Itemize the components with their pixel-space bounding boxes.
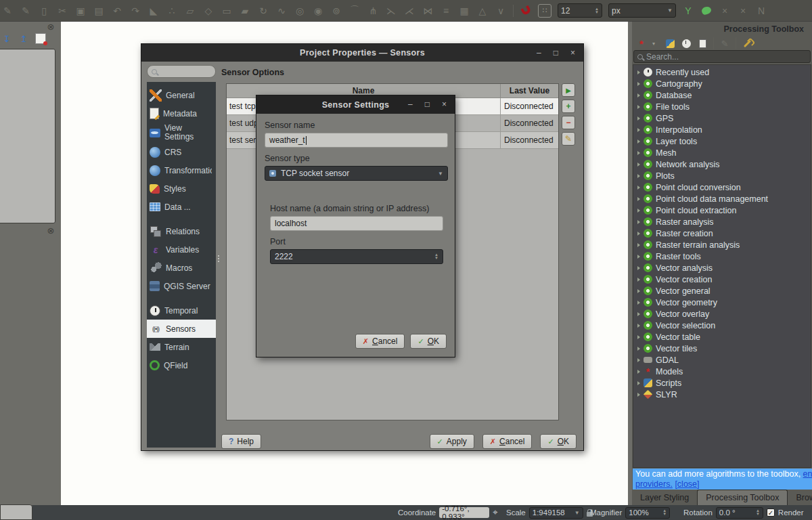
redo-icon[interactable]: ↷ (129, 5, 141, 17)
sidebar-item[interactable]: ((•)) Sensors (147, 320, 216, 338)
bottom-left-tab[interactable] (0, 504, 32, 520)
move-feature-icon[interactable]: ▭ (221, 5, 233, 17)
collapse-all-icon[interactable]: ↥ (18, 33, 29, 44)
snapping-tolerance-spinbox[interactable]: 12 ▲▼ (558, 3, 602, 18)
add-ring-icon[interactable]: ◎ (294, 5, 306, 17)
split-features-icon[interactable]: ⋋ (385, 5, 397, 17)
toolbox-category[interactable]: Raster analysis (633, 216, 811, 228)
host-name-input[interactable]: localhost (270, 216, 443, 231)
providers-link[interactable]: providers. (635, 479, 673, 489)
splitter-handle[interactable] (217, 251, 220, 266)
expand-arrow-icon[interactable] (637, 301, 640, 305)
cut-features-icon[interactable]: ✂ (56, 5, 68, 17)
tracing-icon[interactable] (700, 5, 713, 17)
sidebar-item[interactable]: Transformations (147, 161, 216, 179)
toolbox-category[interactable]: Vector geometry (633, 297, 811, 308)
port-spinbox[interactable]: 2222 ▲▼ (270, 249, 443, 264)
toolbox-category[interactable]: Raster creation (633, 228, 811, 239)
remove-sensor-button[interactable]: − (562, 116, 575, 129)
expand-arrow-icon[interactable] (637, 209, 640, 213)
toolbox-category[interactable]: Layer tools (633, 135, 811, 147)
edit-in-place-icon[interactable]: ✎ (719, 38, 730, 49)
expand-arrow-icon[interactable] (637, 266, 640, 270)
expand-arrow-icon[interactable] (637, 324, 640, 328)
expand-arrow-icon[interactable] (637, 151, 640, 155)
sidebar-item[interactable]: View Settings (147, 123, 216, 143)
expand-arrow-icon[interactable] (637, 174, 640, 178)
delete-selected-icon[interactable]: ▯ (38, 5, 50, 17)
toolbox-category[interactable]: Point cloud extraction (633, 204, 811, 216)
sensor-type-combobox[interactable]: TCP socket sensor ▼ (265, 166, 448, 181)
column-last-value[interactable]: Last Value (501, 84, 558, 98)
expand-arrow-icon[interactable] (637, 243, 640, 247)
expand-arrow-icon[interactable] (637, 347, 640, 351)
sidebar-item[interactable]: CRS (147, 143, 216, 161)
dock-tab[interactable]: Layer Styling (632, 490, 697, 505)
toolbox-category[interactable]: Vector table (633, 331, 811, 343)
cancel-button[interactable]: ✗Cancel (482, 434, 533, 449)
options-wrench-icon[interactable] (742, 38, 752, 49)
add-part-icon[interactable]: ◉ (312, 5, 324, 17)
close-panel-2-button[interactable]: ⊗ (46, 226, 55, 236)
digitize-segment-icon[interactable]: ◣ (148, 5, 160, 17)
toolbox-category[interactable]: Mesh (633, 147, 811, 158)
expand-arrow-icon[interactable] (637, 93, 640, 98)
add-point-icon[interactable]: ∴ (166, 5, 178, 17)
filter-legend-icon[interactable] (35, 33, 46, 44)
topological-editing-icon[interactable]: Y (682, 5, 694, 17)
toolbox-category[interactable]: Plots (633, 170, 811, 181)
offset-curve-icon[interactable]: ⌒ (348, 5, 361, 17)
toolbox-category[interactable]: Raster tools (633, 251, 811, 262)
toolbox-category[interactable]: SLYR (633, 389, 811, 400)
sidebar-item[interactable]: Metadata (147, 104, 216, 123)
close-button[interactable]: × (442, 100, 447, 109)
maximize-button[interactable]: □ (425, 100, 430, 109)
expand-arrow-icon[interactable] (637, 358, 640, 362)
expand-arrow-icon[interactable] (637, 335, 640, 339)
toolbox-category[interactable]: Vector selection (633, 320, 811, 331)
magnifier-spinbox[interactable]: 100% ▲▼ (625, 507, 670, 519)
paste-features-icon[interactable]: ▤ (93, 5, 105, 17)
expand-arrow-icon[interactable] (637, 162, 640, 167)
expand-arrow-icon[interactable] (637, 186, 640, 190)
spin-arrows-icon[interactable]: ▲▼ (662, 509, 667, 516)
expand-arrow-icon[interactable] (637, 197, 640, 201)
expand-arrow-icon[interactable] (637, 312, 640, 316)
rotate-feature-icon[interactable]: ↻ (257, 5, 269, 17)
coordinate-input[interactable]: -0.716°, 0.933° (439, 507, 489, 518)
toolbox-category[interactable]: Network analysis (633, 158, 811, 170)
expand-arrow-icon[interactable] (637, 393, 640, 397)
dock-tab[interactable]: Processing Toolbox (697, 490, 788, 505)
models-menu-icon[interactable]: * (636, 38, 647, 49)
copy-move-feature-icon[interactable]: ▰ (239, 5, 251, 17)
expand-arrow-icon[interactable] (637, 82, 640, 86)
sidebar-item[interactable]: Relations (147, 222, 216, 240)
ok-button[interactable]: ✓OK (540, 434, 577, 449)
toolbox-category[interactable]: Vector creation (633, 274, 811, 285)
history-icon[interactable] (681, 38, 692, 49)
trim-extend-icon[interactable]: ∨ (495, 5, 507, 17)
simplify-feature-icon[interactable]: ∿ (275, 5, 288, 17)
results-viewer-icon[interactable] (697, 38, 708, 49)
toolbox-category[interactable]: Vector tiles (633, 343, 811, 354)
sidebar-item[interactable] (147, 216, 216, 222)
sidebar-item[interactable]: ε Variables (147, 240, 216, 259)
sensor-name-input[interactable]: weather_t (265, 133, 448, 148)
add-sensor-button[interactable]: + (562, 100, 575, 113)
expand-arrow-icon[interactable] (637, 289, 640, 293)
reshape-features-icon[interactable]: ⋔ (367, 5, 379, 17)
toolbox-category[interactable]: File tools (633, 101, 811, 112)
scale-combobox[interactable]: 1:949158 ▼ (529, 507, 583, 519)
expand-arrow-icon[interactable] (637, 128, 640, 132)
expand-arrow-icon[interactable] (637, 255, 640, 259)
expand-arrow-icon[interactable] (637, 220, 640, 224)
sidebar-item[interactable]: QField (147, 356, 216, 374)
toolbox-category[interactable]: Scripts (633, 377, 811, 389)
snapping-unit-combobox[interactable]: px ▼ (608, 3, 676, 18)
merge-features-icon[interactable]: ⋈ (422, 5, 434, 17)
snapping-mode-button[interactable]: ∷ (538, 4, 551, 18)
rotate-point-symbols-icon[interactable]: △ (476, 5, 489, 17)
edit-sensor-button[interactable]: ✎ (562, 132, 575, 146)
sidebar-item[interactable]: Macros (147, 259, 216, 277)
toolbox-category[interactable]: Vector overlay (633, 308, 811, 320)
